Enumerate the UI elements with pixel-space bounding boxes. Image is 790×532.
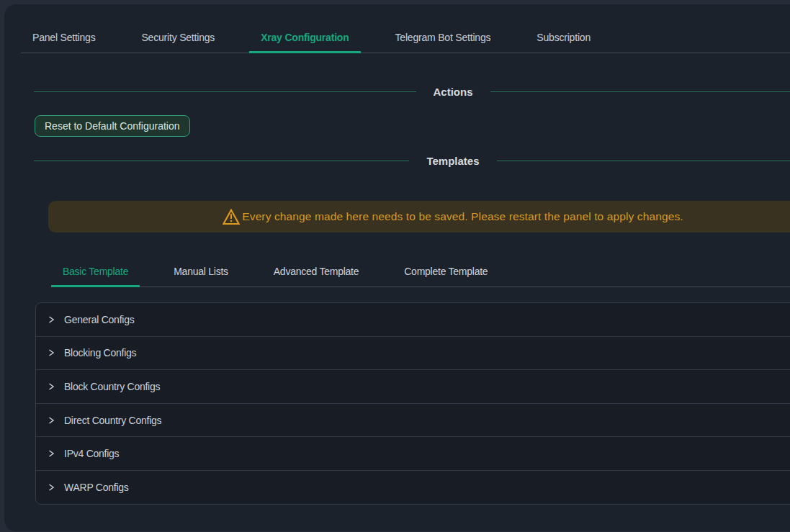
divider-line (34, 91, 416, 92)
templates-divider: Templates (34, 155, 790, 166)
collapse-panel-blocking-configs: Blocking Configs (36, 336, 790, 370)
template-collapse-list: General Configs Blocking Configs Block C… (35, 302, 790, 505)
collapse-panel-direct-country-configs: Direct Country Configs (36, 403, 790, 437)
warning-alert: Every change made here needs to be saved… (48, 201, 790, 233)
collapse-panel-label: WARP Configs (64, 482, 129, 493)
collapse-panel-ipv4-configs: IPv4 Configs (36, 436, 790, 470)
tab-advanced-template[interactable]: Advanced Template (262, 258, 370, 287)
collapse-panel-warp-configs: WARP Configs (36, 470, 790, 504)
divider-line (497, 161, 790, 161)
tab-manual-lists[interactable]: Manual Lists (162, 258, 240, 287)
chevron-right-icon (48, 348, 55, 357)
collapse-panel-label: IPv4 Configs (64, 448, 119, 459)
tab-security-settings[interactable]: Security Settings (130, 24, 226, 53)
tab-panel-settings[interactable]: Panel Settings (21, 24, 107, 53)
tab-telegram-bot-settings[interactable]: Telegram Bot Settings (384, 24, 503, 53)
collapse-panel-label: General Configs (64, 314, 134, 325)
collapse-panel-general-configs: General Configs (36, 303, 790, 336)
collapse-panel-label: Direct Country Configs (64, 415, 161, 426)
template-tab-bar: Basic Template Manual Lists Advanced Tem… (51, 258, 790, 287)
chevron-right-icon (48, 315, 55, 324)
collapse-header-general-configs[interactable]: General Configs (36, 303, 790, 336)
collapse-panel-block-country-configs: Block Country Configs (36, 369, 790, 403)
collapse-header-direct-country-configs[interactable]: Direct Country Configs (36, 404, 790, 437)
reset-to-default-button[interactable]: Reset to Default Configuration (35, 115, 190, 137)
collapse-header-ipv4-configs[interactable]: IPv4 Configs (36, 437, 790, 470)
chevron-right-icon (48, 483, 55, 492)
tab-subscription[interactable]: Subscription (525, 24, 602, 53)
reset-to-default-button-label: Reset to Default Configuration (45, 120, 180, 132)
collapse-header-warp-configs[interactable]: WARP Configs (36, 471, 790, 504)
tab-xray-configuration[interactable]: Xray Configuration (249, 24, 360, 53)
settings-card: Panel Settings Security Settings Xray Co… (4, 4, 790, 531)
actions-divider: Actions (34, 86, 790, 97)
collapse-header-blocking-configs[interactable]: Blocking Configs (36, 337, 790, 370)
collapse-header-block-country-configs[interactable]: Block Country Configs (36, 370, 790, 403)
divider-line (34, 161, 409, 161)
actions-section-title: Actions (416, 86, 490, 98)
settings-tab-bar: Panel Settings Security Settings Xray Co… (21, 24, 790, 53)
warning-triangle-icon (223, 209, 240, 225)
warning-alert-message: Every change made here needs to be saved… (242, 210, 683, 223)
templates-section-title: Templates (409, 155, 496, 167)
chevron-right-icon (48, 382, 55, 391)
divider-line (490, 91, 790, 92)
collapse-panel-label: Block Country Configs (64, 381, 160, 392)
chevron-right-icon (48, 416, 55, 425)
tab-basic-template[interactable]: Basic Template (51, 258, 140, 287)
chevron-right-icon (48, 449, 55, 458)
tab-complete-template[interactable]: Complete Template (392, 258, 499, 287)
collapse-panel-label: Blocking Configs (64, 347, 136, 359)
